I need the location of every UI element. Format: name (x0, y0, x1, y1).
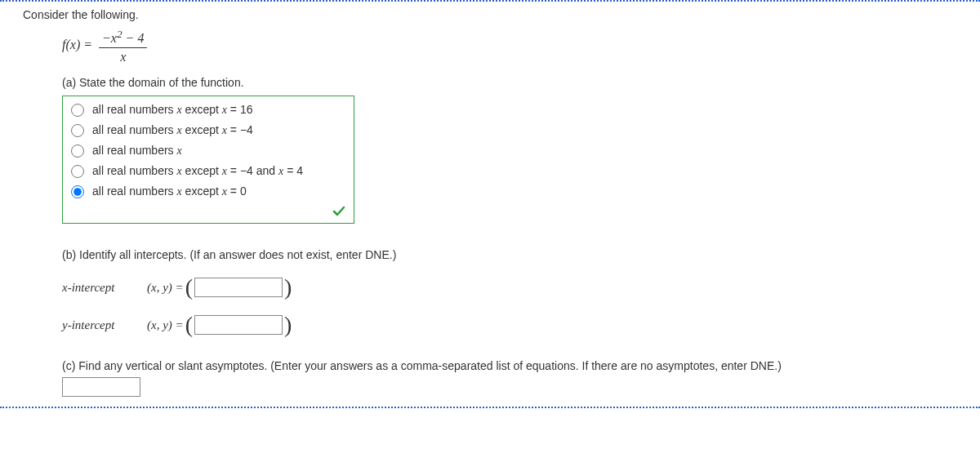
x-intercept-input[interactable] (194, 278, 283, 297)
option-row[interactable]: all real numbers x except x = −4 (63, 120, 354, 140)
x-intercept-input-group: (x, y) = ( ) (147, 276, 292, 299)
y-intercept-label: y-intercept (62, 318, 132, 332)
asymptote-input[interactable] (62, 377, 140, 397)
x-intercept-row: x-intercept (x, y) = ( ) (62, 276, 957, 299)
check-icon (332, 205, 345, 218)
x-intercept-label: x-intercept (62, 281, 132, 295)
option-text: all real numbers x except x = −4 and x =… (92, 164, 303, 178)
open-paren: ( (185, 276, 193, 299)
option-text: all real numbers x except x = 16 (92, 103, 253, 117)
radio-option-4[interactable] (71, 185, 84, 198)
radio-option-1[interactable] (71, 124, 84, 137)
radio-option-2[interactable] (71, 145, 84, 158)
part-b: (b) Identify all intercepts. (If an answ… (62, 248, 957, 336)
formula-numerator: −x2 − 4 (99, 28, 147, 48)
part-c-prompt: (c) Find any vertical or slant asymptote… (62, 359, 957, 372)
y-intercept-input-group: (x, y) = ( ) (147, 313, 292, 336)
radio-option-3[interactable] (71, 165, 84, 178)
question-container: Consider the following. f(x) = −x2 − 4 x… (0, 0, 980, 408)
intro-text: Consider the following. (23, 8, 957, 21)
y-intercept-input[interactable] (194, 315, 283, 335)
part-b-prompt: (b) Identify all intercepts. (If an answ… (62, 248, 957, 261)
radio-option-0[interactable] (71, 104, 84, 117)
question-content: Consider the following. f(x) = −x2 − 4 x… (0, 8, 980, 397)
option-row[interactable]: all real numbers x except x = 16 (63, 100, 354, 120)
close-paren: ) (284, 276, 292, 299)
option-row[interactable]: all real numbers x except x = 0 (63, 181, 354, 202)
formula-fraction: −x2 − 4 x (99, 28, 147, 64)
open-paren: ( (185, 313, 193, 336)
option-text: all real numbers x except x = −4 (92, 123, 253, 137)
formula: f(x) = −x2 − 4 x (62, 28, 957, 64)
xy-equals: (x, y) = (147, 318, 184, 332)
close-paren: ) (284, 313, 292, 336)
option-row[interactable]: all real numbers x except x = −4 and x =… (63, 161, 354, 181)
part-a-options: all real numbers x except x = 16 all rea… (62, 96, 354, 224)
option-row[interactable]: all real numbers x (63, 140, 354, 161)
formula-denominator: x (99, 48, 147, 64)
y-intercept-row: y-intercept (x, y) = ( ) (62, 313, 957, 336)
xy-equals: (x, y) = (147, 281, 184, 295)
option-text: all real numbers x except x = 0 (92, 185, 247, 198)
formula-lhs: f(x) = (62, 38, 96, 51)
part-a-prompt: (a) State the domain of the function. (62, 76, 957, 89)
option-text: all real numbers x (92, 144, 182, 158)
